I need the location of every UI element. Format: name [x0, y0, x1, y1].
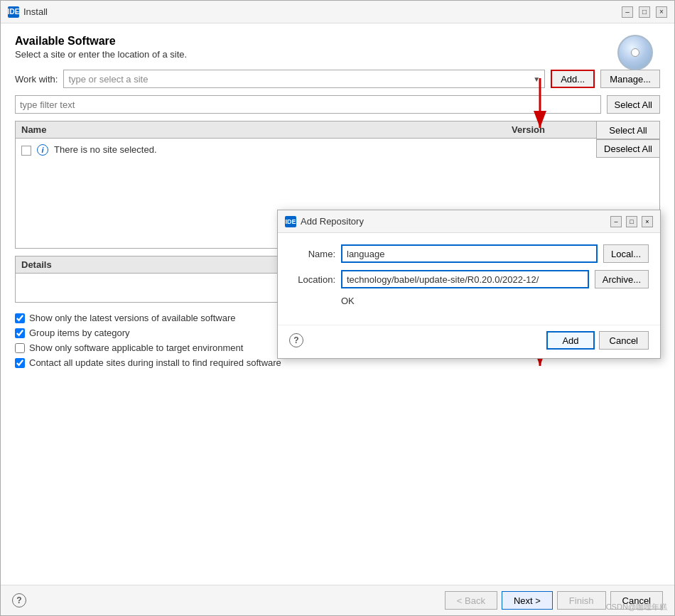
dialog-title-text: Add Repository — [301, 216, 364, 227]
select-all-side-button[interactable]: Select All — [596, 121, 660, 139]
dialog-location-row: Location: Archive... — [289, 270, 649, 288]
maximize-button[interactable]: □ — [639, 6, 650, 18]
work-with-row: Work with: type or select a site ▼ Add..… — [15, 70, 660, 88]
ide-icon: IDE — [8, 6, 19, 18]
dialog-add-button[interactable]: Add — [546, 331, 594, 350]
add-button[interactable]: Add... — [551, 70, 595, 88]
cd-graphic — [617, 35, 653, 70]
deselect-all-button[interactable]: Deselect All — [596, 139, 660, 158]
title-controls: – □ × — [622, 6, 667, 18]
filter-row: Select All — [15, 95, 660, 114]
work-with-label: Work with: — [15, 74, 58, 85]
cb-group-category[interactable] — [15, 328, 25, 338]
chevron-down-icon: ▼ — [533, 75, 540, 83]
site-dropdown-placeholder: type or select a site — [68, 74, 148, 85]
back-button[interactable]: < Back — [445, 591, 497, 610]
dialog-title-bar: IDE Add Repository – □ × — [278, 210, 660, 233]
cb-target-env[interactable] — [15, 343, 25, 353]
dialog-controls: – □ × — [610, 216, 653, 227]
dialog-help-icon[interactable]: ? — [289, 333, 303, 347]
dialog-action-buttons: Add Cancel — [546, 331, 649, 350]
dialog-body: Name: Local... Location: Archive... OK — [278, 233, 660, 325]
cb-target-env-label: Show only software applicable to target … — [29, 342, 243, 353]
page-header: Available Software Select a site or ente… — [15, 35, 660, 60]
dialog-title-left: IDE Add Repository — [285, 216, 364, 227]
filter-input[interactable] — [15, 95, 601, 114]
cb-contact-sites[interactable] — [15, 358, 25, 368]
bottom-bar: ? < Back Next > Finish Cancel — [1, 585, 674, 615]
cb-latest-versions[interactable] — [15, 313, 25, 323]
no-site-checkbox[interactable] — [21, 146, 31, 156]
dialog-name-input[interactable] — [341, 244, 598, 263]
window-title: Install — [23, 6, 48, 17]
cd-center — [631, 48, 639, 57]
dialog-footer: ? Add Cancel — [278, 325, 660, 358]
dialog-local-button[interactable]: Local... — [603, 244, 649, 263]
info-icon: i — [37, 144, 48, 156]
dialog-minimize-button[interactable]: – — [610, 216, 622, 227]
title-bar-left: IDE Install — [8, 6, 48, 18]
site-dropdown[interactable]: type or select a site ▼ — [63, 70, 545, 88]
select-all-button[interactable]: Select All — [607, 95, 660, 114]
dialog-archive-button[interactable]: Archive... — [595, 270, 649, 288]
finish-button[interactable]: Finish — [557, 591, 606, 610]
page-title: Available Software — [15, 35, 660, 48]
dialog-cancel-button[interactable]: Cancel — [599, 331, 649, 350]
dialog-ok-text: OK — [341, 296, 649, 306]
dialog-name-row: Name: Local... — [289, 244, 649, 263]
cb-latest-versions-label: Show only the latest versions of availab… — [29, 313, 236, 323]
next-button[interactable]: Next > — [502, 591, 553, 610]
table-header: Name Version — [16, 121, 659, 139]
add-repository-dialog: IDE Add Repository – □ × Name: Local... … — [277, 210, 661, 359]
dialog-location-label: Location: — [289, 274, 335, 285]
col-name-header: Name — [21, 124, 512, 135]
dialog-close-button[interactable]: × — [642, 216, 653, 227]
cb-group-category-label: Group items by category — [29, 328, 130, 338]
table-side-buttons: Select All Deselect All — [596, 121, 660, 158]
dialog-maximize-button[interactable]: □ — [626, 216, 637, 227]
minimize-button[interactable]: – — [622, 6, 633, 18]
dialog-name-label: Name: — [289, 249, 335, 259]
help-icon[interactable]: ? — [12, 593, 26, 607]
help-section: ? — [12, 593, 26, 607]
checkbox-contact-sites[interactable]: Contact all update sites during install … — [15, 357, 330, 368]
cb-contact-sites-label: Contact all update sites during install … — [29, 357, 281, 368]
watermark: CSDN@咖哩年糕 — [606, 602, 667, 612]
no-site-message: There is no site selected. — [54, 144, 157, 155]
dialog-location-input[interactable] — [341, 270, 589, 288]
page-subtitle: Select a site or enter the location of a… — [15, 49, 660, 60]
title-bar: IDE Install – □ × — [1, 1, 674, 23]
dialog-ide-icon: IDE — [285, 216, 296, 227]
close-button[interactable]: × — [656, 6, 667, 18]
cd-icon — [617, 35, 660, 74]
